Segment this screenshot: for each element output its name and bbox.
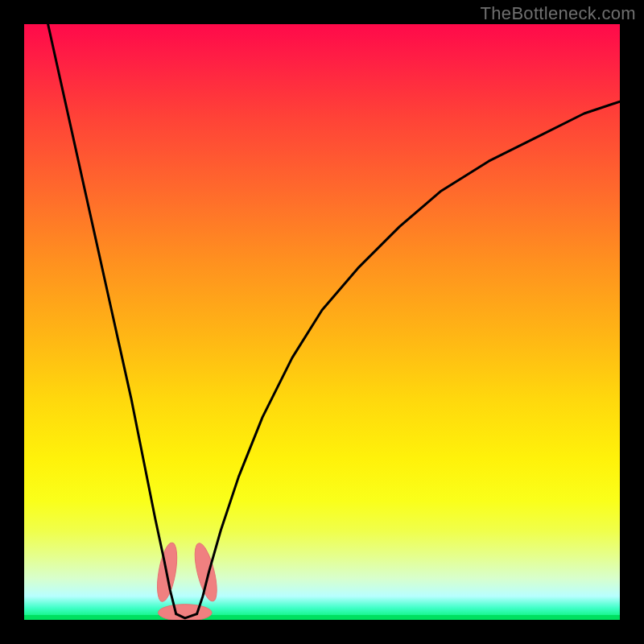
chart-frame: TheBottleneck.com [0,0,644,644]
plot-area [24,24,620,620]
series-curve-right [197,101,620,613]
chart-svg [24,24,620,620]
series-curve-left [48,24,176,614]
curve-layer [48,24,620,618]
marker-lobe-right [191,541,221,603]
watermark-text: TheBottleneck.com [481,3,636,24]
